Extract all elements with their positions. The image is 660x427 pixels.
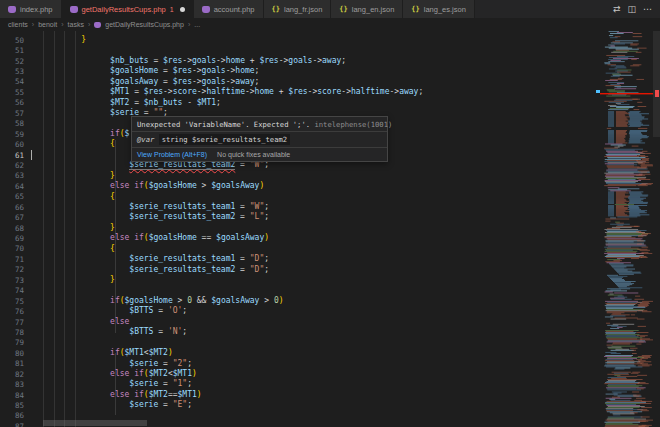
vscode-window: index.phpgetDailyResultsCups.php1account… [0,0,660,427]
code-line: 83 $serie = "1"; [0,379,600,389]
php-file-icon [70,6,78,13]
code-text: if($goalsHome > 0 && $goalsAway > 0) [33,296,600,306]
line-number: 50 [0,36,33,45]
code-line: 56 $MT2 = $nb_buts - $MT1; [0,98,600,108]
line-number: 83 [0,380,33,389]
split-editor-icon[interactable]: ◫ [627,0,636,18]
code-text: $serie_resultats_team1 = "D"; [33,254,600,264]
line-number: 87 [0,422,33,427]
vertical-scrollbar[interactable] [653,31,660,137]
line-number: 60 [0,140,33,149]
php-file-icon [94,22,101,28]
line-number: 69 [0,234,33,243]
tab-error-count-badge: 1 [170,6,174,13]
code-line: 82 else if($MT2<$MT1) [0,369,600,379]
line-number: 55 [0,88,33,97]
line-number: 82 [0,370,33,379]
code-line: 78 $BTTS = 'N'; [0,327,600,337]
breadcrumb-separator: › [188,21,190,28]
code-text: $serie_resultats_team2 = "D"; [33,265,600,275]
line-number: 67 [0,213,33,222]
tab-index.php[interactable]: index.php [0,0,62,18]
line-number: 71 [0,255,33,264]
line-number: 85 [0,401,33,410]
json-file-icon: {} [411,6,419,13]
line-number: 58 [0,119,33,128]
php-file-icon [202,6,210,13]
code-line: 64 else if($goalsHome > $goalsAway) [0,181,600,191]
code-text: $serie = "1"; [33,379,600,389]
minimap[interactable] [600,31,653,427]
code-line: 51 [0,45,600,55]
php-file-icon [8,6,16,13]
breadcrumb-symbol[interactable]: ... [194,21,200,28]
code-text: } [33,35,600,45]
more-actions-icon[interactable]: ⋯ [643,0,652,18]
code-text: else if($goalsHome > $goalsAway) [33,181,600,191]
tab-bar: index.phpgetDailyResultsCups.php1account… [0,0,660,18]
text-cursor [31,150,32,160]
code-text: if($MT1<$MT2) [33,348,600,358]
code-line: 52 $nb_buts = $res->goals->home + $res->… [0,56,600,66]
tab-label: lang_en.json [352,5,395,14]
line-number: 68 [0,224,33,233]
error-source: intelephense(1001) [314,120,392,129]
code-text: } [33,275,600,285]
breadcrumb-item-clients[interactable]: clients [8,21,28,28]
code-text: else if($goalsHome == $goalsAway) [33,233,600,243]
breadcrumb-item-benoit[interactable]: benoit [38,21,57,28]
breadcrumb-separator: › [61,21,63,28]
tab-lang_en.json[interactable]: {}lang_en.json [331,0,403,18]
horizontal-scrollbar[interactable] [43,420,147,426]
code-text: } [33,223,600,233]
line-number: 76 [0,307,33,316]
line-number: 52 [0,57,33,66]
breadcrumb[interactable]: clients›benoit›tasks›getDailyResultsCups… [0,18,660,31]
tab-lang_fr.json[interactable]: {}lang_fr.json [264,0,332,18]
line-number: 54 [0,77,33,86]
code-line: 54 $goalsAway = $res->goals->away; [0,77,600,87]
line-number: 77 [0,318,33,327]
code-line: 76 $BTTS = 'O'; [0,306,600,316]
code-text: $serie = "E"; [33,400,600,410]
code-line: 70 { [0,244,600,254]
code-text: $goalsAway = $res->goals->away; [33,77,600,87]
breadcrumb-separator: › [32,21,34,28]
line-number: 84 [0,391,33,400]
code-line: 80 if($MT1<$MT2) [0,348,600,358]
code-editor[interactable]: 50 }5152 $nb_buts = $res->goals->home + … [0,31,660,427]
tab-label: account.php [214,5,255,14]
tab-label: lang_es.json [424,5,466,14]
code-text: } [33,171,600,181]
line-number: 86 [0,411,33,420]
code-line: 79 [0,338,600,348]
line-number: 66 [0,203,33,212]
line-number: 51 [0,46,33,55]
code-line: 85 $serie = "E"; [0,400,600,410]
code-line: 84 else if($MT2==$MT1) [0,390,600,400]
code-text: $goalsHome = $res->goals->home; [33,66,600,76]
breadcrumb-file[interactable]: getDailyResultsCups.php [105,21,184,28]
tab-label: getDailyResultsCups.php [82,5,166,14]
breadcrumb-item-tasks[interactable]: tasks [68,21,84,28]
view-problem-link[interactable]: View Problem (Alt+F8) [137,151,207,158]
code-text: $MT2 = $nb_buts - $MT1; [33,98,600,108]
line-number: 59 [0,130,33,139]
tab-lang_es.json[interactable]: {}lang_es.json [403,0,475,18]
breadcrumb-separator: › [88,21,90,28]
tab-label: lang_fr.json [284,5,322,14]
open-changes-icon[interactable]: ⇄ [613,0,621,18]
tab-account.php[interactable]: account.php [194,0,264,18]
line-number: 53 [0,67,33,76]
code-text: $serie_resultats_team1 = "W"; [33,202,600,212]
tab-getDailyResultsCups.php[interactable]: getDailyResultsCups.php1 [62,0,194,18]
code-line: 77 else [0,317,600,327]
json-file-icon: {} [272,6,280,13]
code-text: { [33,192,600,202]
line-number: 70 [0,244,33,253]
line-number: 62 [0,161,33,170]
code-line: 69 else if($goalsHome == $goalsAway) [0,233,600,243]
code-text: else if($MT2<$MT1) [33,369,600,379]
line-number: 63 [0,171,33,180]
code-line: 75 if($goalsHome > 0 && $goalsAway > 0) [0,296,600,306]
